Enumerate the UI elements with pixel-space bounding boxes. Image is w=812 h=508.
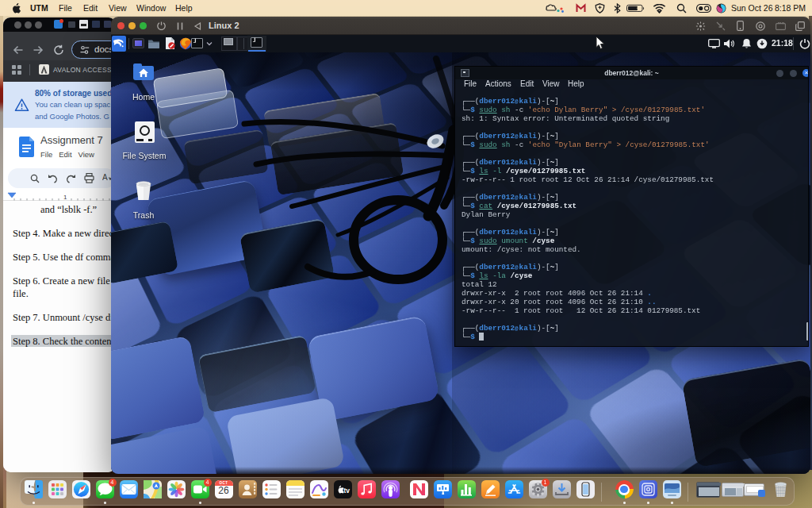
svg-text:1: 1 bbox=[63, 194, 67, 201]
svg-text:tv: tv bbox=[343, 487, 350, 495]
svg-text:A: A bbox=[102, 173, 108, 182]
